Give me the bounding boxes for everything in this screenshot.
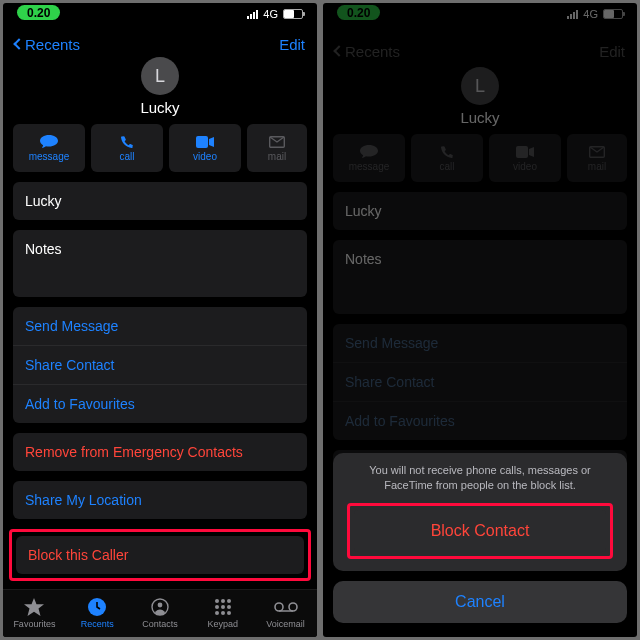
mail-icon <box>268 135 286 149</box>
svg-point-4 <box>158 603 163 608</box>
video-icon <box>516 145 534 159</box>
contact-name: Lucky <box>140 99 179 116</box>
call-label: call <box>439 161 454 172</box>
message-label: message <box>349 161 390 172</box>
tab-label: Contacts <box>142 619 178 629</box>
status-right: 4G <box>567 8 623 20</box>
voicemail-icon <box>274 597 298 617</box>
actions-group-1: Send Message Share Contact Add to Favour… <box>13 307 307 423</box>
edit-button[interactable]: Edit <box>279 36 305 53</box>
message-button[interactable]: message <box>13 124 85 172</box>
nav-bar: Recents Edit <box>3 27 317 61</box>
contact-header: L Lucky <box>323 67 637 126</box>
contact-screen-right: 0.20 4G Recents Edit L Lucky message <box>323 3 637 637</box>
action-sheet: You will not receive phone calls, messag… <box>323 445 637 637</box>
block-caller-row[interactable]: Block this Caller <box>16 536 304 574</box>
block-caller-group: Block this Caller <box>16 536 304 574</box>
clock-icon <box>88 597 106 617</box>
emergency-group: Remove from Emergency Contacts <box>13 433 307 471</box>
status-bar: 0.20 4G <box>323 3 637 31</box>
remove-emergency-row[interactable]: Remove from Emergency Contacts <box>13 433 307 471</box>
tab-favourites[interactable]: Favourites <box>5 597 63 629</box>
status-right: 4G <box>247 8 303 20</box>
add-favourites-row[interactable]: Add to Favourites <box>13 385 307 423</box>
notes-cell[interactable]: Notes <box>13 230 307 297</box>
star-icon <box>24 597 44 617</box>
video-button[interactable]: video <box>169 124 241 172</box>
tab-voicemail[interactable]: Voicemail <box>257 597 315 629</box>
message-button: message <box>333 134 405 182</box>
network-label: 4G <box>583 8 598 20</box>
action-sheet-card: You will not receive phone calls, messag… <box>333 453 627 571</box>
battery-icon <box>603 9 623 19</box>
action-sheet-message: You will not receive phone calls, messag… <box>347 463 613 493</box>
chevron-left-icon <box>333 45 344 56</box>
call-button[interactable]: call <box>91 124 163 172</box>
svg-point-11 <box>215 611 219 615</box>
send-message-row[interactable]: Send Message <box>13 307 307 346</box>
message-label: message <box>29 151 70 162</box>
highlight-block-caller: Block this Caller <box>9 529 311 581</box>
mail-button[interactable]: mail <box>247 124 307 172</box>
block-contact-button[interactable]: Block Contact <box>354 510 606 552</box>
cancel-button[interactable]: Cancel <box>333 581 627 623</box>
status-bar: 0.20 4G <box>3 3 317 27</box>
name-cell: Lucky <box>333 192 627 230</box>
svg-rect-0 <box>196 136 208 148</box>
back-label: Recents <box>345 43 400 60</box>
actions-group-1: Send Message Share Contact Add to Favour… <box>333 324 627 440</box>
tab-label: Recents <box>81 619 114 629</box>
video-label: video <box>513 161 537 172</box>
svg-point-14 <box>275 603 283 611</box>
call-button: call <box>411 134 483 182</box>
tab-keypad[interactable]: Keypad <box>194 597 252 629</box>
nav-bar: Recents Edit <box>323 31 637 71</box>
tab-label: Favourites <box>13 619 55 629</box>
signal-icon <box>567 9 578 19</box>
mail-button: mail <box>567 134 627 182</box>
svg-point-6 <box>221 599 225 603</box>
phone-icon <box>438 145 456 159</box>
tab-label: Voicemail <box>266 619 305 629</box>
back-button: Recents <box>335 43 400 60</box>
svg-point-8 <box>215 605 219 609</box>
status-time: 0.20 <box>17 5 60 20</box>
share-location-group: Share My Location <box>13 481 307 519</box>
svg-rect-17 <box>516 146 528 158</box>
svg-point-7 <box>227 599 231 603</box>
quick-actions: message call video mail <box>3 124 317 182</box>
status-time: 0.20 <box>337 5 380 20</box>
chevron-left-icon <box>13 38 24 49</box>
share-contact-row[interactable]: Share Contact <box>13 346 307 385</box>
tab-recents[interactable]: Recents <box>68 597 126 629</box>
svg-point-9 <box>221 605 225 609</box>
share-contact-row: Share Contact <box>333 363 627 402</box>
tab-contacts[interactable]: Contacts <box>131 597 189 629</box>
back-button[interactable]: Recents <box>15 36 80 53</box>
phone-icon <box>118 135 136 149</box>
message-icon <box>40 135 58 149</box>
message-icon <box>360 145 378 159</box>
avatar: L <box>141 57 179 95</box>
highlight-block-contact: Block Contact <box>347 503 613 559</box>
quick-actions: message call video mail <box>323 134 637 192</box>
share-location-row[interactable]: Share My Location <box>13 481 307 519</box>
svg-point-13 <box>227 611 231 615</box>
svg-point-12 <box>221 611 225 615</box>
svg-point-10 <box>227 605 231 609</box>
video-label: video <box>193 151 217 162</box>
contact-header: L Lucky <box>3 57 317 116</box>
name-cell[interactable]: Lucky <box>13 182 307 220</box>
mail-label: mail <box>268 151 286 162</box>
mail-label: mail <box>588 161 606 172</box>
send-message-row: Send Message <box>333 324 627 363</box>
network-label: 4G <box>263 8 278 20</box>
back-label: Recents <box>25 36 80 53</box>
contact-screen-left: 0.20 4G Recents Edit L Lucky message <box>3 3 317 637</box>
tab-bar: Favourites Recents Contacts Keypad Voice… <box>3 589 317 637</box>
edit-button: Edit <box>599 43 625 60</box>
call-label: call <box>119 151 134 162</box>
svg-point-15 <box>289 603 297 611</box>
keypad-icon <box>214 597 232 617</box>
contact-name: Lucky <box>460 109 499 126</box>
